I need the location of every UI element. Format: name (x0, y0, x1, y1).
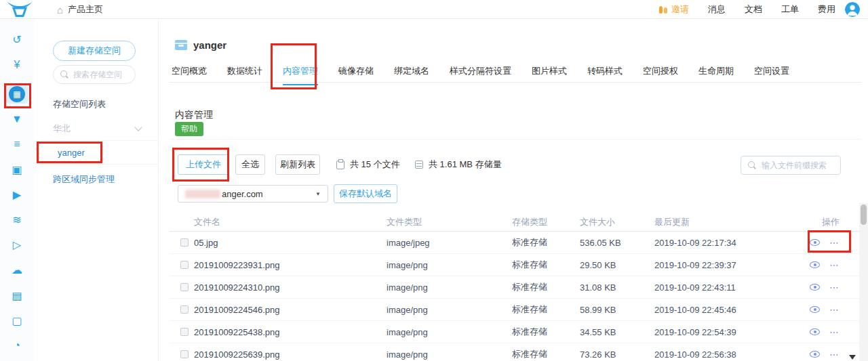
cdn-icon[interactable]: ▼ (5, 109, 28, 129)
disk-icon[interactable]: ▢ (5, 311, 28, 331)
bucket-title: yanger (193, 39, 226, 51)
finance-icon[interactable]: ¥ (5, 55, 28, 75)
storage-icon[interactable]: ▦ (5, 84, 28, 104)
storage-type: 标准存储 (512, 236, 580, 249)
file-type: image/png (387, 327, 512, 337)
media-icon[interactable]: ▣ (5, 160, 28, 179)
more-actions-icon[interactable]: ⋯ (829, 261, 840, 268)
file-size: 34.55 KB (580, 327, 654, 337)
preview-icon[interactable] (810, 351, 820, 358)
new-bucket-button[interactable]: 新建存储空间 (53, 41, 136, 61)
more-actions-icon[interactable]: ⋯ (829, 351, 840, 358)
search-icon (60, 70, 69, 79)
preview-icon[interactable] (810, 261, 820, 268)
divider (41, 140, 159, 141)
files-icon (336, 161, 344, 169)
qiniu-logo-icon[interactable] (7, 1, 33, 20)
selected-domain: anger.com (185, 189, 263, 199)
nav-docs[interactable]: 文档 (745, 3, 762, 16)
save-default-domain-button[interactable]: 保存默认域名 (334, 184, 397, 203)
help-badge[interactable]: 帮助 (175, 122, 203, 136)
more-actions-icon[interactable]: ⋯ (829, 328, 840, 335)
file-name: 20191009224546.png (194, 305, 387, 315)
more-actions-icon[interactable]: ⋯ (829, 284, 840, 291)
more-actions-icon[interactable]: ⋯ (829, 306, 840, 313)
file-size: 73.26 KB (580, 349, 654, 360)
file-name: 05.jpg (194, 238, 387, 248)
nav-messages[interactable]: 消息 (708, 3, 726, 16)
overview-icon[interactable]: ↺ (5, 30, 28, 49)
file-size: 29.50 KB (580, 260, 654, 270)
nav-tickets[interactable]: 工单 (781, 3, 799, 16)
preview-icon[interactable] (810, 284, 820, 291)
row-checkbox[interactable] (180, 305, 189, 314)
table-row: 05.jpg image/jpeg 标准存储 536.05 KB 2019-10… (170, 232, 861, 254)
row-checkbox[interactable] (180, 283, 189, 291)
table-row: 20191009223931.png image/png 标准存储 29.50 … (170, 254, 861, 276)
table-row: 20191009224310.png image/png 标准存储 31.08 … (170, 276, 861, 299)
file-count-stat: 共 15 个文件 (336, 154, 400, 175)
row-actions: ⋯ (797, 306, 840, 313)
nav-billing[interactable]: 费用 (818, 3, 835, 16)
preview-icon[interactable] (810, 328, 820, 335)
last-updated: 2019-10-09 22:54:39 (654, 327, 797, 337)
nav-invite[interactable]: 邀请 (658, 3, 689, 16)
row-checkbox[interactable] (180, 350, 189, 358)
region-label: 华北 (53, 123, 71, 135)
bucket-sidebar: 新建存储空间 存储空间列表 华北 yanger 跨区域同步管理 (34, 19, 159, 361)
file-type: image/png (387, 260, 512, 270)
upload-file-button[interactable]: 上传文件 (178, 154, 229, 175)
video-icon[interactable]: ▶ (5, 185, 28, 205)
table-header-row: 文件名 文件类型 存储类型 文件大小 最后更新 操作 (170, 213, 861, 232)
preview-icon[interactable] (810, 239, 820, 246)
row-checkbox[interactable] (180, 328, 189, 336)
product-home-label: 产品主页 (68, 3, 103, 16)
bucket-search-input[interactable] (73, 70, 131, 79)
refresh-list-button[interactable]: 刷新列表 (275, 154, 320, 175)
row-actions: ⋯ (797, 284, 840, 291)
user-avatar[interactable] (845, 2, 860, 17)
cross-region-sync-link[interactable]: 跨区域同步管理 (53, 173, 115, 186)
last-updated: 2019-10-09 22:56:38 (654, 349, 797, 360)
home-icon: ⌂ (57, 5, 63, 15)
processing-icon[interactable]: ≋ (5, 210, 28, 230)
region-dropdown[interactable]: 华北 (53, 123, 141, 135)
file-table: 文件名 文件类型 存储类型 文件大小 最后更新 操作 05.jpg image/… (170, 213, 861, 361)
select-all-button[interactable]: 全选 (235, 154, 265, 175)
table-row: 20191009225438.png image/png 标准存储 34.55 … (170, 321, 861, 343)
file-name: 20191009225639.png (194, 349, 387, 360)
player-icon[interactable]: ▷ (5, 235, 28, 255)
compute-icon[interactable]: ≡ (5, 135, 28, 154)
sidebar-item-bucket-yanger[interactable]: yanger (58, 148, 85, 158)
row-checkbox[interactable] (180, 261, 189, 269)
product-home-link[interactable]: ⌂ 产品主页 (57, 0, 103, 19)
more-actions-icon[interactable]: ⋯ (829, 239, 840, 246)
scrollbar-thumb[interactable] (861, 205, 867, 225)
storage-type: 标准存储 (512, 303, 580, 316)
invite-icon (658, 5, 668, 14)
storage-type: 标准存储 (512, 281, 580, 293)
top-nav: 邀请 消息 文档 工单 费用 (658, 0, 835, 19)
last-updated: 2019-10-09 22:17:34 (654, 238, 797, 248)
cloud-icon[interactable]: ☁ (5, 260, 28, 280)
domain-select[interactable]: anger.com ▼ (178, 185, 328, 203)
storage-type: 标准存储 (512, 348, 580, 360)
last-updated: 2019-10-09 22:45:46 (654, 305, 797, 315)
file-name: 20191009224310.png (194, 282, 387, 293)
file-size: 536.05 KB (580, 238, 654, 248)
docs-icon[interactable]: ▤ (5, 286, 28, 305)
file-size: 58.99 KB (580, 305, 654, 315)
storage-total-stat: 共 1.61 MB 存储量 (415, 154, 502, 175)
preview-icon[interactable] (810, 306, 820, 313)
file-prefix-search (741, 156, 841, 175)
row-checkbox[interactable] (180, 238, 189, 247)
storage-total-label: 共 1.61 MB 存储量 (429, 158, 502, 171)
product-icon-rail: ↺ ¥ ▦ ▼ ≡ ▣ ▶ ≋ ▷ ☁ ▤ ▢ ◔ (0, 19, 34, 361)
stats-icon[interactable]: ◔ (5, 336, 28, 356)
last-updated: 2019-10-09 22:39:37 (654, 260, 797, 270)
select-arrow-icon: ▼ (315, 191, 321, 197)
file-prefix-search-input[interactable] (762, 161, 836, 170)
vertical-scrollbar (859, 203, 868, 361)
bucket-title-row: yanger (175, 39, 226, 51)
storage-size-icon (415, 161, 423, 169)
